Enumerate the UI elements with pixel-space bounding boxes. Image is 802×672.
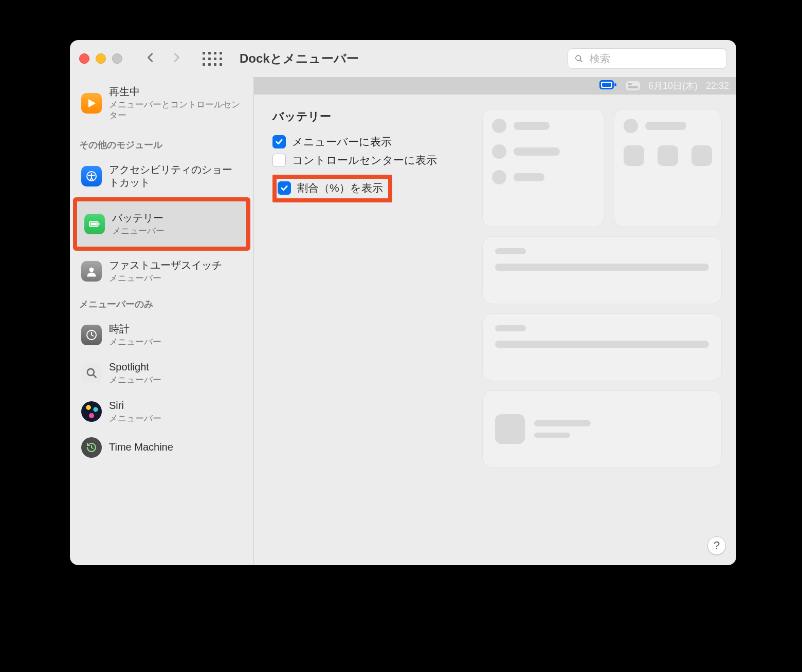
sidebar-item-spotlight[interactable]: Spotlight メニューバー: [74, 354, 249, 391]
sidebar-item-sub: メニューバー: [109, 413, 161, 424]
highlight-battery-item: バッテリー メニューバー: [73, 197, 250, 251]
show-all-prefs-button[interactable]: [203, 52, 222, 66]
svg-line-1: [580, 60, 582, 62]
sidebar-item-label: 再生中: [109, 85, 242, 98]
battery-settings: バッテリー メニューバーに表示 コントロールセンターに表示: [272, 109, 468, 468]
svg-rect-6: [99, 223, 100, 225]
svg-marker-2: [89, 99, 96, 107]
siri-icon: [81, 401, 102, 422]
svg-rect-15: [614, 83, 616, 86]
sidebar-item-clock[interactable]: 時計 メニューバー: [74, 316, 249, 353]
chevron-left-icon: [145, 52, 156, 63]
now-playing-icon: [81, 93, 102, 114]
search-field[interactable]: [568, 48, 727, 69]
checkbox-icon: [278, 181, 291, 195]
menubar-time: 22:32: [706, 81, 729, 91]
sidebar-item-battery[interactable]: バッテリー メニューバー: [77, 201, 246, 247]
preview-card: [482, 313, 722, 381]
sidebar-item-accessibility[interactable]: アクセシビリティのショートカット: [74, 157, 249, 195]
forward-button[interactable]: [171, 52, 182, 65]
sidebar-item-fast-user-switch[interactable]: ファストユーザスイッチ メニューバー: [74, 253, 249, 290]
sidebar-item-sub: メニューバー: [109, 273, 222, 284]
spotlight-icon: [81, 363, 102, 383]
preview-card: [482, 390, 722, 468]
svg-rect-7: [90, 222, 97, 225]
sidebar-item-sub: メニューバーとコントロールセンター: [109, 99, 242, 121]
clock-icon: [81, 325, 102, 345]
svg-rect-14: [602, 83, 611, 87]
svg-point-8: [89, 268, 94, 272]
nav-buttons: [145, 52, 182, 65]
svg-point-4: [90, 173, 92, 174]
control-center-preview: [482, 109, 722, 468]
menubar-preview: 6月10日(木) 22:32: [254, 77, 736, 95]
toolbar: Dockとメニューバー: [70, 40, 736, 77]
chevron-right-icon: [171, 52, 182, 63]
zoom-window-button[interactable]: [112, 53, 122, 64]
checkbox-label: 割合（%）を表示: [297, 181, 383, 195]
main-pane: 6月10日(木) 22:32 バッテリー メニューバーに表示: [254, 77, 736, 565]
sidebar-item-label: Spotlight: [109, 361, 161, 374]
back-button[interactable]: [145, 52, 156, 65]
user-icon: [81, 261, 102, 282]
battery-icon: [84, 214, 105, 234]
search-input[interactable]: [589, 52, 720, 65]
help-button[interactable]: ?: [707, 536, 726, 555]
preview-card: [482, 109, 605, 227]
settings-heading: バッテリー: [272, 109, 468, 124]
checkbox-show-in-control-center[interactable]: コントロールセンターに表示: [272, 153, 468, 167]
time-machine-icon: [81, 437, 102, 458]
close-window-button[interactable]: [79, 53, 89, 64]
sidebar-item-label: Siri: [109, 399, 161, 412]
sidebar-item-sub: メニューバー: [112, 226, 165, 236]
preview-card: [614, 109, 722, 227]
sidebar: 再生中 メニューバーとコントロールセンター その他のモジュール アクセシビリティ…: [70, 77, 254, 565]
search-icon: [574, 53, 584, 64]
sidebar-item-sub: メニューバー: [109, 337, 161, 347]
sidebar-item-label: バッテリー: [112, 212, 165, 225]
sidebar-item-sub: メニューバー: [109, 375, 161, 385]
sidebar-item-label: アクセシビリティのショートカット: [109, 163, 242, 189]
menubar-battery-icon: [599, 79, 617, 93]
checkbox-show-in-menubar[interactable]: メニューバーに表示: [272, 135, 468, 149]
preferences-window: Dockとメニューバー 再生中 メニューバーとコントロー: [70, 40, 736, 565]
checkbox-icon: [272, 154, 286, 167]
preview-card: [482, 236, 722, 304]
menubar-control-center-icon: [626, 81, 640, 90]
sidebar-item-now-playing[interactable]: 再生中 メニューバーとコントロールセンター: [74, 79, 249, 127]
window-title: Dockとメニューバー: [240, 50, 359, 67]
sidebar-section-menubar-only: メニューバーのみ: [70, 291, 253, 315]
sidebar-item-time-machine[interactable]: Time Machine: [74, 431, 249, 464]
checkbox-label: メニューバーに表示: [292, 135, 392, 149]
sidebar-item-label: Time Machine: [109, 441, 173, 454]
sidebar-item-label: ファストユーザスイッチ: [109, 259, 222, 272]
traffic-lights: [79, 53, 122, 64]
minimize-window-button[interactable]: [96, 53, 106, 64]
accessibility-icon: [81, 166, 102, 186]
sidebar-section-other-modules: その他のモジュール: [70, 132, 253, 156]
sidebar-item-siri[interactable]: Siri メニューバー: [74, 393, 249, 430]
menubar-date: 6月10日(木): [648, 80, 698, 92]
checkbox-icon: [272, 135, 286, 148]
sidebar-item-label: 時計: [109, 323, 161, 335]
help-label: ?: [714, 539, 720, 552]
svg-line-11: [93, 375, 96, 378]
checkbox-show-percentage[interactable]: 割合（%）を表示: [272, 175, 392, 202]
checkbox-label: コントロールセンターに表示: [292, 153, 437, 167]
